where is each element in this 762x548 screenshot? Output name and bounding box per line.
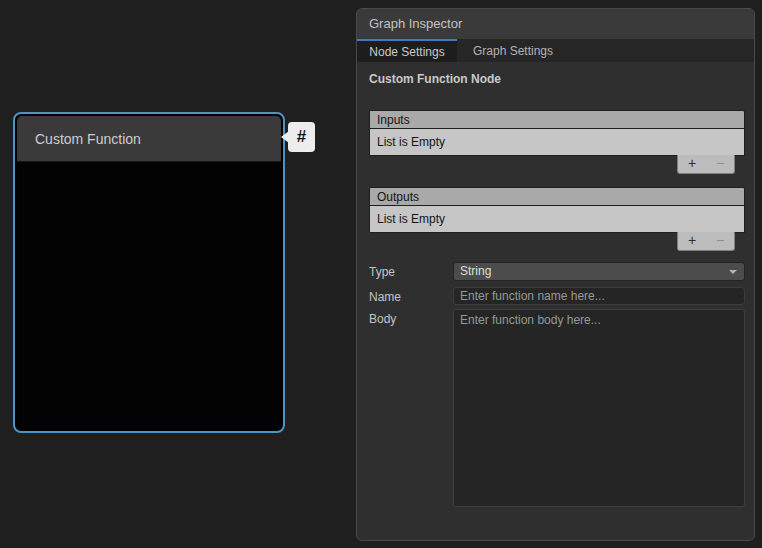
inputs-list-header[interactable]: Inputs [369, 110, 745, 128]
node-type-heading: Custom Function Node [369, 72, 745, 86]
outputs-list: Outputs List is Empty + − [369, 187, 745, 251]
custom-function-node-frame: Custom Function [17, 116, 281, 429]
panel-title-label: Graph Inspector [369, 16, 462, 31]
function-name-input[interactable] [453, 287, 745, 305]
chevron-down-icon [729, 270, 737, 274]
inputs-remove-button[interactable]: − [706, 155, 734, 173]
tab-graph-settings[interactable]: Graph Settings [457, 39, 569, 62]
minus-icon: − [716, 155, 724, 171]
inspector-content: Custom Function Node Inputs List is Empt… [357, 62, 754, 507]
node-preview-area [17, 162, 281, 429]
hash-badge-icon[interactable]: # [288, 122, 315, 152]
plus-icon: + [688, 232, 696, 248]
inputs-empty-row: List is Empty [369, 128, 745, 156]
outputs-empty-label: List is Empty [377, 212, 445, 226]
outputs-list-footer: + − [677, 232, 735, 251]
minus-icon: − [716, 232, 724, 248]
type-row: Type String [369, 262, 745, 281]
outputs-empty-row: List is Empty [369, 205, 745, 233]
panel-title[interactable]: Graph Inspector [357, 9, 754, 39]
custom-function-node[interactable]: Custom Function [13, 112, 285, 433]
node-title: Custom Function [35, 131, 141, 147]
name-row: Name [369, 287, 745, 305]
inspector-tabstrip: Node Settings Graph Settings [357, 39, 754, 62]
outputs-list-header[interactable]: Outputs [369, 187, 745, 205]
tab-graph-settings-label: Graph Settings [473, 44, 553, 58]
tab-node-settings[interactable]: Node Settings [357, 39, 457, 62]
name-label: Name [369, 287, 453, 304]
outputs-add-button[interactable]: + [678, 232, 706, 250]
outputs-list-title: Outputs [377, 190, 419, 204]
hash-badge-label: # [297, 127, 306, 147]
plus-icon: + [688, 155, 696, 171]
inputs-list-footer: + − [677, 155, 735, 174]
inputs-list: Inputs List is Empty + − [369, 110, 745, 174]
inputs-list-title: Inputs [377, 113, 410, 127]
body-row: Body [369, 309, 745, 507]
body-label: Body [369, 309, 453, 326]
inputs-empty-label: List is Empty [377, 135, 445, 149]
graph-inspector-panel: Graph Inspector Node Settings Graph Sett… [356, 8, 755, 541]
type-label: Type [369, 262, 453, 279]
node-header[interactable]: Custom Function [17, 116, 281, 162]
type-dropdown[interactable]: String [453, 262, 745, 281]
type-dropdown-value: String [460, 264, 491, 278]
function-body-textarea[interactable] [453, 309, 745, 507]
outputs-remove-button[interactable]: − [706, 232, 734, 250]
tab-node-settings-label: Node Settings [369, 45, 444, 59]
inputs-add-button[interactable]: + [678, 155, 706, 173]
